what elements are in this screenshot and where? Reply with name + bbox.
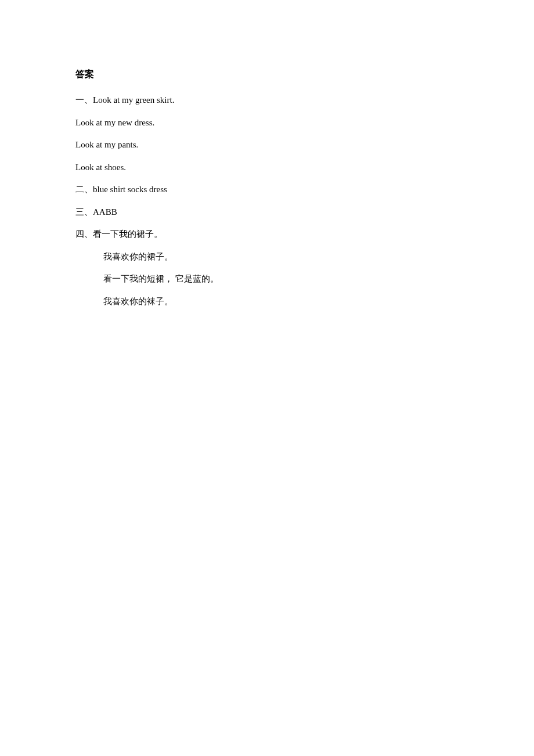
answers-heading: 答案: [75, 69, 459, 81]
answer-line: Look at my pants.: [75, 138, 459, 152]
answer-line: 三、AABB: [75, 206, 459, 219]
answer-line: 我喜欢你的袜子。: [75, 295, 459, 308]
document-page: 答案 一、Look at my green skirt. Look at my …: [0, 0, 534, 308]
answer-line: 一、Look at my green skirt.: [75, 93, 459, 107]
answer-line: 二、blue shirt socks dress: [75, 183, 459, 196]
answer-line: 看一下我的短裙， 它是蓝的。: [75, 272, 459, 286]
answer-line: 我喜欢你的裙子。: [75, 250, 459, 264]
answer-line: 四、看一下我的裙子。: [75, 228, 459, 241]
answer-line: Look at my new dress.: [75, 116, 459, 129]
answer-line: Look at shoes.: [75, 161, 459, 174]
